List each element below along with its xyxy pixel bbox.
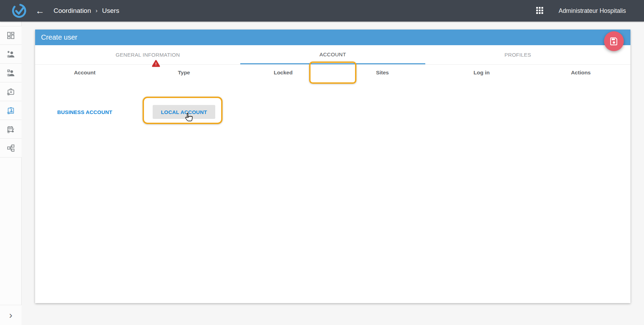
business-account-button[interactable]: BUSINESS ACCOUNT <box>57 109 112 115</box>
table-header-row: Account Type Locked Sites Log in Actions <box>35 65 630 78</box>
warning-icon: ! <box>152 60 160 67</box>
create-user-panel: Create user GENERAL INFORMATION ACCOUNT … <box>35 30 630 303</box>
save-button[interactable] <box>604 31 624 51</box>
org-chart-icon <box>6 144 15 153</box>
sidebar-item-user-add[interactable] <box>0 45 22 64</box>
tab-account[interactable]: ACCOUNT <box>240 45 425 64</box>
column-header-login: Log in <box>432 70 531 78</box>
sidebar: › <box>0 22 22 325</box>
medical-case-add-icon <box>6 87 15 96</box>
apps-grid-icon[interactable] <box>536 7 543 15</box>
current-user-menu[interactable]: Administrateur Hospitalis <box>558 7 626 15</box>
sidebar-item-medical-case[interactable] <box>0 82 22 101</box>
panel-header: Create user <box>35 30 630 45</box>
sidebar-item-user-roles[interactable] <box>0 64 22 82</box>
sidebar-item-users[interactable] <box>0 101 22 120</box>
dashboard-icon <box>6 31 15 40</box>
breadcrumb: Coordination › Users <box>54 7 119 15</box>
sidebar-item-dashboard[interactable] <box>0 26 22 45</box>
table-row: BUSINESS ACCOUNT LOCAL ACCOUNT <box>35 105 630 119</box>
page-title: Create user <box>41 33 78 41</box>
app-logo-icon[interactable] <box>11 3 27 19</box>
breadcrumb-separator-icon: › <box>96 7 98 14</box>
breadcrumb-section[interactable]: Coordination <box>54 7 91 15</box>
user-badge-settings-icon <box>6 106 15 115</box>
breadcrumb-page: Users <box>102 7 119 15</box>
local-account-button[interactable]: LOCAL ACCOUNT <box>153 105 216 119</box>
back-button[interactable]: ← <box>35 6 45 15</box>
sidebar-item-planning[interactable] <box>0 120 22 139</box>
tab-bar: GENERAL INFORMATION ACCOUNT PROFILES <box>35 45 630 65</box>
tab-profiles[interactable]: PROFILES <box>425 45 610 64</box>
column-header-type: Type <box>134 70 233 78</box>
sidebar-expand-button[interactable]: › <box>0 305 22 325</box>
user-roles-settings-icon <box>6 68 15 78</box>
svg-text:!: ! <box>155 62 157 66</box>
topbar: ← Coordination › Users Administrateur Ho… <box>0 0 644 22</box>
floppy-disk-icon <box>609 36 619 46</box>
planning-settings-icon <box>6 125 15 134</box>
column-header-locked: Locked <box>234 70 333 78</box>
user-add-settings-icon <box>6 50 15 59</box>
sidebar-item-org-chart[interactable] <box>0 139 22 157</box>
column-header-account: Account <box>35 70 134 78</box>
tab-general-information[interactable]: GENERAL INFORMATION <box>55 45 240 64</box>
column-header-sites: Sites <box>333 70 432 78</box>
column-header-actions: Actions <box>531 70 630 78</box>
